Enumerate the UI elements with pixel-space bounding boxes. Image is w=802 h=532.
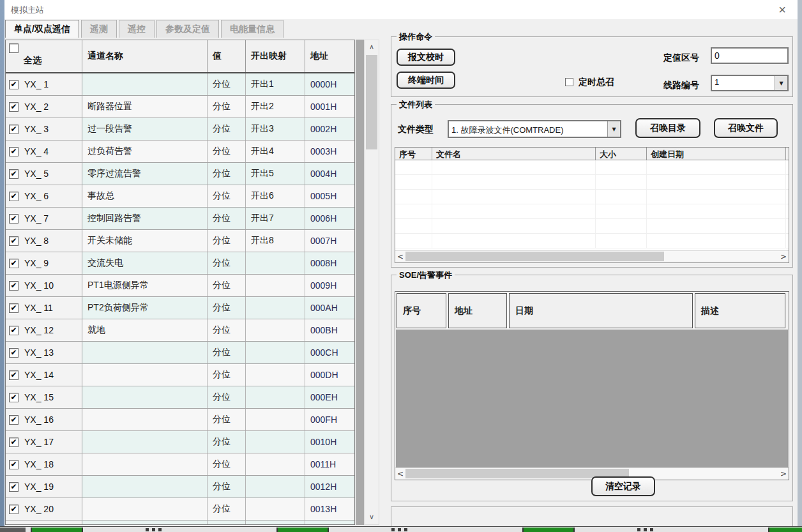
- table-row[interactable]: ✔YX_ 6事故总分位开出60005H: [6, 185, 354, 208]
- row-checkbox[interactable]: ✔: [9, 259, 19, 268]
- soe-col-2: 日期: [509, 293, 693, 328]
- file-empty-row: [395, 204, 789, 219]
- table-row[interactable]: ✔YX_ 1分位开出10000H: [6, 73, 354, 96]
- row-checkbox[interactable]: ✔: [9, 303, 19, 313]
- file-type-combo[interactable]: 1. 故障录波文件(COMTRADE) ▼: [448, 120, 621, 138]
- row-checkbox[interactable]: ✔: [9, 125, 19, 134]
- row-checkbox[interactable]: ✔: [9, 214, 19, 224]
- table-row[interactable]: ✔YX_ 2断路器位置分位开出20001H: [6, 96, 354, 118]
- address-cell: 0003H: [305, 141, 354, 162]
- soe-col-0: 序号: [397, 293, 446, 328]
- file-empty-cell: [432, 190, 596, 204]
- table-row[interactable]: ✔YX_ 8开关未储能分位开出80007H: [6, 230, 354, 252]
- call-directory-button[interactable]: 召唤目录: [635, 118, 700, 138]
- row-checkbox[interactable]: ✔: [9, 80, 19, 89]
- row-checkbox[interactable]: ✔: [9, 281, 19, 291]
- row-checkbox[interactable]: ✔: [9, 169, 19, 179]
- scrollbar-thumb[interactable]: [405, 252, 664, 261]
- row-checkbox[interactable]: ✔: [9, 415, 19, 425]
- row-checkbox[interactable]: ✔: [9, 147, 19, 156]
- simulated-master-station-window: 模拟主站 × 单点/双点遥信遥测遥控参数及定值电能量信息 全选 通道名称 值 开…: [0, 0, 802, 532]
- call-file-button[interactable]: 召唤文件: [714, 118, 778, 138]
- table-row[interactable]: ✔YX_ 20分位0013H: [6, 498, 354, 521]
- row-select-cell: ✔YX_ 17: [6, 431, 82, 453]
- channel-name-cell: PT2负荷侧异常: [82, 297, 208, 319]
- tab-2[interactable]: 遥控: [119, 20, 155, 38]
- row-checkbox[interactable]: ✔: [9, 505, 19, 514]
- timed-general-call-checkbox[interactable]: [565, 78, 573, 86]
- close-icon[interactable]: ×: [778, 2, 786, 17]
- report-time-sync-button[interactable]: 报文校时: [397, 49, 455, 66]
- scrollbar-up-icon[interactable]: ∧: [365, 42, 379, 53]
- tab-4[interactable]: 电能量信息: [221, 20, 284, 38]
- table-row[interactable]: ✔YX_ 4过负荷告警分位开出40003H: [6, 141, 354, 163]
- table-row[interactable]: ✔YX_ 17分位0010H: [6, 431, 354, 453]
- table-row[interactable]: ✔YX_ 11PT2负荷侧异常分位000AH: [6, 297, 354, 319]
- row-checkbox[interactable]: ✔: [9, 236, 19, 246]
- tab-3[interactable]: 参数及定值: [156, 20, 219, 38]
- table-row[interactable]: ✔YX_ 14分位000DH: [6, 364, 354, 386]
- scrollbar-right-icon[interactable]: >: [778, 251, 789, 262]
- row-select-cell: ✔YX_ 12: [6, 319, 82, 341]
- row-checkbox[interactable]: ✔: [9, 348, 19, 358]
- row-select-cell: ✔YX_ 2: [6, 96, 82, 118]
- row-checkbox[interactable]: ✔: [9, 192, 19, 201]
- chevron-down-icon[interactable]: ▼: [775, 76, 787, 90]
- table-row[interactable]: ✔YX_ 19分位0012H: [6, 476, 354, 498]
- table-row[interactable]: ✔YX_ 15分位000EH: [6, 386, 354, 409]
- file-col-2: 大小: [596, 148, 647, 160]
- output-mapping-cell: [246, 342, 305, 363]
- scrollbar-left-icon[interactable]: <: [395, 251, 405, 262]
- row-select-cell: ✔YX_ 15: [6, 386, 82, 408]
- scrollbar-right-icon[interactable]: >: [778, 468, 789, 480]
- row-select-cell: ✔YX_ 10: [6, 275, 82, 296]
- address-cell: 000CH: [305, 342, 354, 363]
- led-strip-text-fragment: [146, 528, 165, 531]
- row-checkbox[interactable]: ✔: [9, 437, 19, 447]
- scrollbar-thumb[interactable]: [366, 55, 377, 149]
- line-number-combo[interactable]: 1 ▼: [711, 75, 789, 91]
- row-checkbox[interactable]: ✔: [9, 370, 19, 380]
- chevron-down-icon[interactable]: ▼: [607, 121, 620, 137]
- address-cell: 000AH: [305, 297, 354, 319]
- table-row[interactable]: ✔YX_ 5零序过流告警分位开出50004H: [6, 163, 354, 185]
- row-label: YX_ 20: [24, 504, 54, 514]
- address-cell: 000BH: [305, 319, 354, 341]
- row-checkbox[interactable]: ✔: [9, 482, 19, 492]
- table-row[interactable]: ✔YX_ 16分位000FH: [6, 409, 354, 431]
- row-checkbox[interactable]: ✔: [9, 460, 19, 469]
- row-label: YX_ 17: [24, 437, 54, 447]
- table-row[interactable]: ✔YX_ 7控制回路告警分位开出70006H: [6, 208, 354, 230]
- table-row[interactable]: ✔YX_ 3过一段告警分位开出30002H: [6, 118, 354, 141]
- tab-1[interactable]: 遥测: [81, 20, 117, 38]
- table-row[interactable]: ✔YX_ 18分位0011H: [6, 453, 354, 476]
- table-row[interactable]: ✔YX_ 13分位000CH: [6, 342, 354, 364]
- select-all-checkbox[interactable]: [9, 43, 19, 53]
- timed-general-call-label: 定时总召: [579, 77, 614, 88]
- file-list-group-title: 文件列表: [397, 99, 435, 110]
- table-row[interactable]: ✔YX_ 9交流失电分位0008H: [6, 252, 354, 275]
- vertical-scrollbar[interactable]: ∧ ∨: [364, 40, 379, 525]
- file-empty-cell: [596, 175, 647, 189]
- row-checkbox[interactable]: ✔: [9, 102, 19, 112]
- row-checkbox[interactable]: ✔: [9, 393, 19, 402]
- table-row[interactable]: ✔YX_ 10PT1电源侧异常分位0009H: [6, 275, 354, 297]
- clear-records-button[interactable]: 清空记录: [591, 476, 655, 496]
- address-cell: 0012H: [305, 476, 354, 498]
- address-cell: 0005H: [305, 185, 354, 207]
- scrollbar-down-icon[interactable]: ∨: [365, 512, 379, 523]
- row-select-cell: ✔YX_ 13: [6, 342, 82, 363]
- terminal-time-button[interactable]: 终端时间: [397, 72, 455, 89]
- setting-zone-input[interactable]: [711, 47, 789, 64]
- value-cell: 分位: [208, 96, 246, 118]
- table-row[interactable]: [6, 521, 354, 525]
- file-table-hscrollbar[interactable]: < >: [395, 250, 789, 262]
- scrollbar-left-icon[interactable]: <: [395, 468, 405, 480]
- value-cell: 分位: [208, 185, 246, 207]
- output-mapping-cell: [246, 498, 305, 520]
- row-checkbox[interactable]: ✔: [9, 326, 19, 335]
- row-label: YX_ 16: [24, 414, 54, 425]
- table-row[interactable]: ✔YX_ 12就地分位000BH: [6, 319, 354, 342]
- value-cell: 分位: [208, 73, 246, 95]
- tab-0[interactable]: 单点/双点遥信: [5, 20, 79, 38]
